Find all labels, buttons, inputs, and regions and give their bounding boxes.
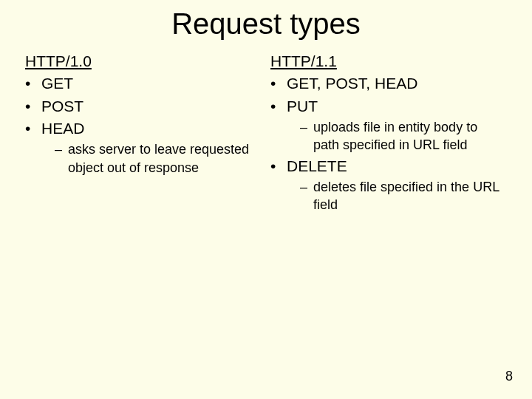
sub-list-item: – uploads file in entity body to path sp… (300, 118, 507, 154)
sub-list-item: – deletes file specified in the URL fiel… (300, 178, 507, 214)
slide-title: Request types (25, 7, 507, 41)
list-item: • HEAD (25, 118, 262, 139)
bullet-icon: • (25, 73, 41, 94)
list-item-label: GET, POST, HEAD (287, 73, 417, 94)
page-number: 8 (505, 369, 513, 384)
bullet-icon: • (270, 73, 287, 94)
list-item: • GET (25, 73, 262, 94)
dash-icon: – (55, 140, 68, 158)
left-header: HTTP/1.0 (25, 51, 262, 72)
list-item: • PUT (270, 96, 507, 117)
sub-list-item: – asks server to leave requested object … (55, 140, 262, 177)
list-item-label: HEAD (41, 118, 84, 139)
right-header: HTTP/1.1 (270, 51, 507, 72)
dash-icon: – (300, 178, 313, 196)
list-item-label: POST (41, 96, 83, 117)
list-item: • GET, POST, HEAD (270, 73, 507, 94)
sub-list-item-label: uploads file in entity body to path spec… (313, 118, 507, 154)
bullet-icon: • (25, 118, 41, 139)
list-item-label: GET (41, 73, 73, 94)
bullet-icon: • (25, 96, 41, 117)
list-item: • DELETE (270, 156, 507, 177)
right-column: HTTP/1.1 • GET, POST, HEAD • PUT – uploa… (270, 51, 507, 216)
content-columns: HTTP/1.0 • GET • POST • HEAD – asks serv… (25, 51, 507, 216)
slide: Request types HTTP/1.0 • GET • POST • HE… (0, 0, 532, 399)
list-item-label: PUT (287, 96, 318, 117)
bullet-icon: • (270, 96, 287, 117)
sub-list-item-label: deletes file specified in the URL field (313, 178, 507, 214)
list-item-label: DELETE (287, 156, 347, 177)
sub-list-item-label: asks server to leave requested object ou… (68, 140, 262, 177)
bullet-icon: • (270, 156, 287, 177)
dash-icon: – (300, 118, 313, 136)
left-column: HTTP/1.0 • GET • POST • HEAD – asks serv… (25, 51, 262, 216)
list-item: • POST (25, 96, 262, 117)
